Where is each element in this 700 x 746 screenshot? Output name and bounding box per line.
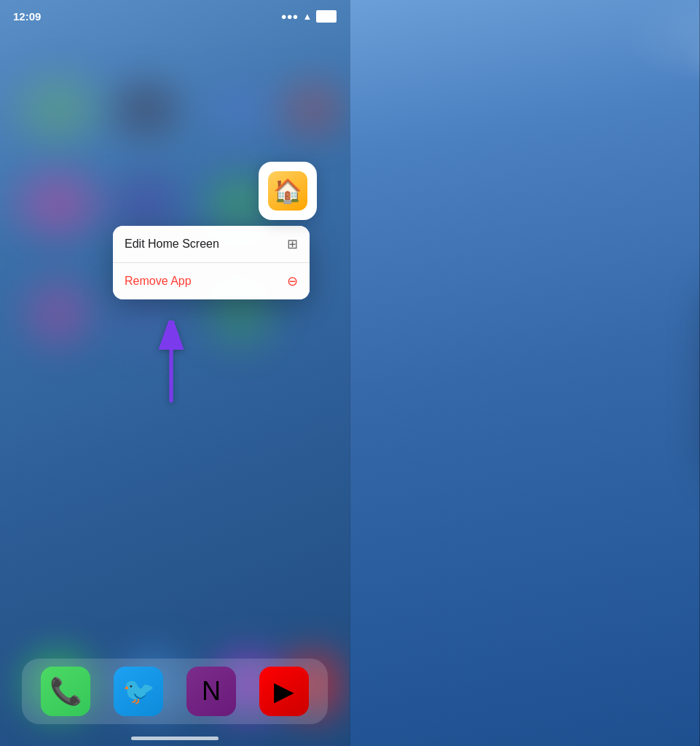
bg-clouds: [350, 0, 700, 746]
dock-red-left[interactable]: ▶: [259, 667, 309, 716]
remove-app-label: Remove App: [125, 275, 192, 288]
signal-icon-left: ●●●: [281, 11, 299, 22]
dock-messages-left[interactable]: 🐦: [114, 667, 163, 716]
wifi-icon-left: ▲: [302, 11, 312, 22]
home-icon-inner: 🏠: [268, 171, 307, 211]
remove-app-icon: ⊖: [287, 273, 298, 289]
dock-left: 📞 🐦 N ▶: [22, 659, 328, 724]
time-left: 12:09: [13, 10, 41, 23]
right-phone: 12:09 ●●● ▲ 100 💬 Messages Shortcuts Fil…: [350, 0, 700, 746]
left-phone: 12:09 ●●● ▲ 100 🏠 Edit Home Screen ⊞ Rem…: [0, 0, 350, 746]
home-indicator-left: [131, 737, 219, 740]
battery-left: 100: [316, 10, 337, 23]
context-menu: Edit Home Screen ⊞ Remove App ⊖: [113, 226, 310, 299]
home-app-icon-left: 🏠: [259, 162, 317, 220]
status-icons-left: ●●● ▲ 100: [281, 10, 337, 23]
dock-phone-left[interactable]: 📞: [41, 667, 90, 716]
remove-app-item[interactable]: Remove App ⊖: [113, 263, 310, 299]
phone-divider: [350, 0, 350, 746]
dock-purple-left[interactable]: N: [186, 667, 236, 716]
edit-home-screen-item[interactable]: Edit Home Screen ⊞: [113, 226, 310, 263]
edit-home-screen-icon: ⊞: [287, 236, 298, 252]
status-bar-left: 12:09 ●●● ▲ 100: [0, 0, 350, 32]
arrow-up: [157, 321, 186, 411]
edit-home-screen-label: Edit Home Screen: [125, 237, 219, 251]
